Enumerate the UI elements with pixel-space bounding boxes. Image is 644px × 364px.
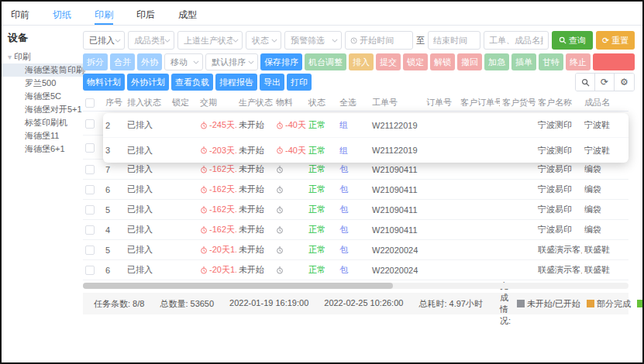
cell-seq: 3 <box>103 146 125 155</box>
table-search-button[interactable] <box>576 74 595 91</box>
cell-material <box>274 186 306 194</box>
action-button-提交[interactable]: 提交 <box>376 53 401 70</box>
tree-group-printing[interactable]: ▾ 印刷 <box>8 50 79 64</box>
table-header-cell: 交期 <box>198 97 236 108</box>
cell-tag-link[interactable]: 组 <box>337 145 370 156</box>
table-row[interactable]: 5已排入-20天1..未开始正常包W22020024联盛演示客户2联盛鞋 <box>83 240 629 260</box>
select-value: 已排入 <box>89 35 115 46</box>
action-button-甘特[interactable]: 甘特 <box>539 53 563 70</box>
cell-tag-link[interactable]: 包 <box>337 264 370 276</box>
plan-button-打印[interactable]: 打印 <box>287 74 312 91</box>
legend-text: 部分完成 <box>597 298 631 310</box>
due-text: -162天.. <box>209 204 236 215</box>
plan-button-物料计划[interactable]: 物料计划 <box>83 74 125 91</box>
cell-tag-link[interactable]: 包 <box>337 204 370 215</box>
filter-select[interactable]: 状态 <box>246 31 281 50</box>
device-item[interactable]: 标签印刷机 <box>2 116 85 129</box>
table-row[interactable]: 2已排入-245天..未开始-40天1..正常组W21122019宁波测印宁波鞋 <box>103 113 629 138</box>
action-button-插单[interactable]: 插单 <box>511 53 536 70</box>
filter-select[interactable]: 上道生产状态 <box>177 31 243 50</box>
cell-customer: 联盛演示客户2 <box>536 244 582 256</box>
tab-切纸[interactable]: 切纸 <box>53 9 71 25</box>
row-checkbox[interactable] <box>85 165 95 174</box>
cell-tag-link[interactable]: 包 <box>337 184 370 195</box>
select-all-checkbox[interactable] <box>85 98 95 108</box>
action-button-外协[interactable]: 外协 <box>137 53 162 70</box>
refresh-icon: ⟳ <box>602 36 609 46</box>
device-item[interactable]: 海德堡对开5+1 <box>2 103 85 116</box>
row-checkbox[interactable] <box>85 119 95 129</box>
action-button-机台调整[interactable]: 机台调整 <box>305 53 346 70</box>
cell-tag-link[interactable]: 包 <box>337 224 370 235</box>
plan-button-排程报告[interactable]: 排程报告 <box>215 74 257 91</box>
tab-印刷[interactable]: 印刷 <box>95 9 113 25</box>
action-button-解锁[interactable]: 解锁 <box>430 53 455 70</box>
cell-product: 宁波鞋 <box>582 119 629 131</box>
row-checkbox[interactable] <box>85 143 95 153</box>
filter-select[interactable]: 预警筛选 <box>284 31 342 50</box>
query-button[interactable]: 查询 <box>552 31 593 50</box>
toolbar-select-移动[interactable]: 移动 <box>164 53 203 70</box>
action-button-合并[interactable]: 合并 <box>110 53 135 70</box>
tab-印前[interactable]: 印前 <box>11 9 29 25</box>
filter-select[interactable]: 成品类型 <box>128 31 174 50</box>
cell-tag-link[interactable]: 包 <box>337 163 370 175</box>
select-value: 成品类型 <box>134 35 164 46</box>
horizontal-scrollbar[interactable] <box>83 283 629 289</box>
device-item[interactable]: 海德堡装筒印刷机 <box>2 64 85 77</box>
search-icon <box>581 78 590 87</box>
action-button-排入[interactable]: 排入 <box>349 53 374 70</box>
table-row[interactable]: 5已排入-162天..未开始正常包W21090411宁波易印编袋 <box>83 200 629 220</box>
table-header-cell: 排入状态 <box>125 97 170 108</box>
reset-button[interactable]: ⟳ 重置 <box>596 31 635 50</box>
toolbar-select-默认排序[interactable]: 默认排序 <box>205 53 258 70</box>
search-input[interactable] <box>489 36 543 45</box>
filter-select[interactable]: 已排入 <box>83 31 125 50</box>
start-time-picker[interactable] <box>345 31 413 50</box>
table-row[interactable]: 3已排入-203天..未开始-40天1..正常组W21122019宁波测印宁波鞋 <box>103 138 629 163</box>
action-button-锁定[interactable]: 锁定 <box>403 53 428 70</box>
action-button-撤回[interactable]: 撤回 <box>457 53 482 70</box>
action-button-加急[interactable]: 加急 <box>484 53 509 70</box>
cell-tag-link[interactable]: 包 <box>337 244 370 256</box>
row-checkbox[interactable] <box>85 185 95 194</box>
row-checkbox[interactable] <box>85 246 95 255</box>
row-checkbox[interactable] <box>85 205 95 215</box>
table-row[interactable]: 6已排入-20天1..未开始正常包W22020024联盛演示客户2联盛鞋 <box>83 260 629 280</box>
action-button-拆分[interactable]: 拆分 <box>83 53 108 70</box>
gear-icon: ⚙ <box>620 77 629 88</box>
plan-button-导出[interactable]: 导出 <box>260 74 284 91</box>
row-checkbox-cell <box>83 265 103 275</box>
table-settings-button[interactable]: ⚙ <box>615 74 634 91</box>
tab-印后[interactable]: 印后 <box>136 9 155 25</box>
table-header-cell: 全选 <box>337 97 370 108</box>
row-checkbox[interactable] <box>85 266 95 275</box>
action-button-终止[interactable]: 终止 <box>566 53 591 70</box>
legend-swatch <box>587 300 594 307</box>
end-time-picker[interactable] <box>428 31 480 50</box>
stopwatch-icon <box>200 166 208 173</box>
device-item[interactable]: 海德堡6+1 <box>2 143 85 156</box>
device-item[interactable]: 海德堡5C <box>2 90 85 103</box>
cell-tag-link[interactable]: 组 <box>337 119 370 131</box>
row-checkbox[interactable] <box>85 225 95 235</box>
device-item[interactable]: 海德堡11 <box>2 129 85 143</box>
action-button-变更交期[interactable]: 变更交期 <box>593 53 635 70</box>
cell-due: -162天.. <box>198 224 236 235</box>
table-row[interactable]: 4已排入-162天..未开始正常包W21090411宁波易印编袋 <box>83 220 629 240</box>
cell-material: -40天1.. <box>274 145 306 156</box>
cell-product: 编袋 <box>582 184 629 195</box>
start-time-input[interactable] <box>360 36 409 45</box>
table-header-cell: 生产状态 <box>236 97 274 108</box>
clock-icon <box>350 36 357 45</box>
cell-status: 正常 <box>306 145 337 156</box>
table-refresh-button[interactable]: ⟳ <box>595 74 615 91</box>
table-row[interactable]: 6已排入-162天..未开始正常包W21090411宁波易印编袋 <box>83 180 629 200</box>
tab-成型[interactable]: 成型 <box>178 9 197 25</box>
scrollbar-thumb[interactable] <box>83 283 393 289</box>
action-button-保存排序[interactable]: 保存排序 <box>260 53 302 70</box>
plan-button-外协计划[interactable]: 外协计划 <box>127 74 169 91</box>
plan-button-查看负载[interactable]: 查看负载 <box>171 74 213 91</box>
device-item[interactable]: 罗兰500 <box>2 77 85 90</box>
end-time-input[interactable] <box>433 36 477 45</box>
